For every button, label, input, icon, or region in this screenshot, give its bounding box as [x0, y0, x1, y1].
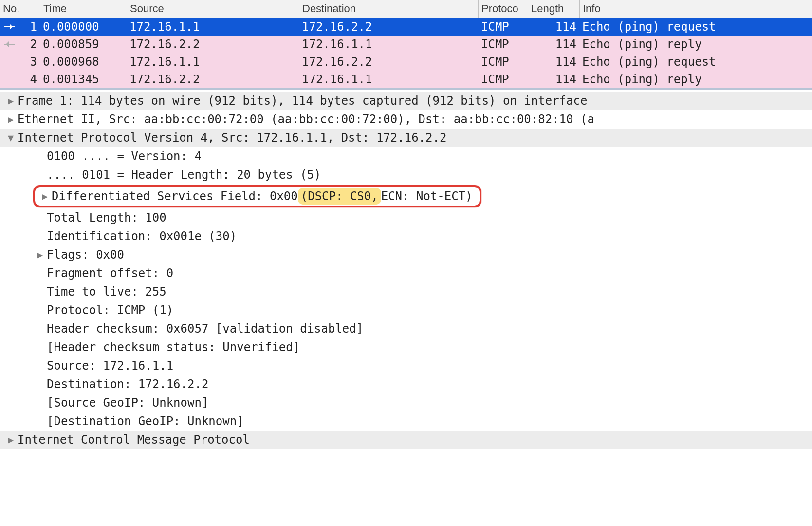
ip-version[interactable]: 0100 .... = Version: 4 — [0, 147, 812, 166]
packet-info: Echo (ping) reply — [579, 71, 812, 88]
packet-proto: ICMP — [478, 18, 528, 36]
ip-destination-label: Destination: 172.16.2.2 — [47, 376, 208, 393]
packet-no: 1 — [18, 18, 40, 36]
col-header-info[interactable]: Info — [579, 0, 812, 18]
ip-dsf-suffix: ECN: Not-ECT) — [381, 188, 473, 205]
packet-proto: ICMP — [478, 36, 528, 53]
tree-ip-label: Internet Protocol Version 4, Src: 172.16… — [18, 130, 446, 146]
tree-ethernet-label: Ethernet II, Src: aa:bb:cc:00:72:00 (aa:… — [18, 111, 594, 128]
col-header-no[interactable]: No. — [0, 0, 40, 18]
expand-icon[interactable]: ▶ — [4, 111, 18, 128]
ip-dsf[interactable]: ▶ Differentiated Services Field: 0x00 (D… — [0, 184, 812, 208]
packet-length: 114 — [528, 18, 579, 36]
expand-icon[interactable]: ▶ — [33, 246, 47, 263]
packet-source: 172.16.2.2 — [127, 36, 299, 53]
packet-no: 2 — [18, 36, 40, 53]
packet-no: 3 — [18, 53, 40, 71]
arrow-right-icon — [4, 26, 15, 27]
packet-row[interactable]: 40.001345172.16.2.2172.16.1.1ICMP114Echo… — [0, 71, 812, 88]
ip-checksum-label: Header checksum: 0x6057 [validation disa… — [47, 320, 363, 337]
ip-checksum-status[interactable]: [Header checksum status: Unverified] — [0, 338, 812, 357]
packet-dest: 172.16.2.2 — [299, 18, 478, 36]
packet-time: 0.001345 — [40, 71, 127, 88]
collapse-icon[interactable]: ▼ — [4, 130, 18, 146]
ip-dsf-prefix: Differentiated Services Field: 0x00 — [52, 188, 298, 205]
packet-info: Echo (ping) reply — [579, 36, 812, 53]
packet-time: 0.000859 — [40, 36, 127, 53]
packet-time: 0.000968 — [40, 53, 127, 71]
col-header-dest[interactable]: Destination — [299, 0, 478, 18]
annotation-highlight-box: ▶ Differentiated Services Field: 0x00 (D… — [33, 185, 481, 207]
ip-protocol[interactable]: Protocol: ICMP (1) — [0, 301, 812, 319]
packet-direction-icon — [0, 18, 18, 36]
col-header-proto[interactable]: Protoco — [478, 0, 528, 18]
tree-ethernet[interactable]: ▶ Ethernet II, Src: aa:bb:cc:00:72:00 (a… — [0, 110, 812, 129]
tree-frame[interactable]: ▶ Frame 1: 114 bytes on wire (912 bits),… — [0, 92, 812, 110]
ip-geoip-source[interactable]: [Source GeoIP: Unknown] — [0, 394, 812, 412]
ip-dsf-highlight: (DSCP: CS0, — [298, 188, 381, 205]
tree-frame-label: Frame 1: 114 bytes on wire (912 bits), 1… — [18, 93, 587, 109]
packet-dest: 172.16.1.1 — [299, 71, 478, 88]
col-header-length[interactable]: Length — [528, 0, 579, 18]
packet-dest: 172.16.2.2 — [299, 53, 478, 71]
ip-identification-label: Identification: 0x001e (30) — [47, 228, 237, 244]
arrow-left-icon — [4, 44, 15, 45]
ip-protocol-label: Protocol: ICMP (1) — [47, 302, 173, 319]
ip-ttl[interactable]: Time to live: 255 — [0, 282, 812, 301]
ip-source-label: Source: 172.16.1.1 — [47, 357, 173, 374]
packet-length: 114 — [528, 53, 579, 71]
packet-length: 114 — [528, 36, 579, 53]
ip-checksum[interactable]: Header checksum: 0x6057 [validation disa… — [0, 319, 812, 338]
ip-flags[interactable]: ▶ Flags: 0x00 — [0, 245, 812, 264]
packet-details: ▶ Frame 1: 114 bytes on wire (912 bits),… — [0, 90, 812, 449]
ip-geoip-dest[interactable]: [Destination GeoIP: Unknown] — [0, 412, 812, 431]
packet-source: 172.16.1.1 — [127, 53, 299, 71]
packet-source: 172.16.1.1 — [127, 18, 299, 36]
packet-direction-icon — [0, 53, 18, 71]
packet-dest: 172.16.1.1 — [299, 36, 478, 53]
packet-list-header: No. Time Source Destination Protoco Leng… — [0, 0, 812, 18]
expand-icon[interactable]: ▶ — [38, 188, 52, 205]
packet-no: 4 — [18, 71, 40, 88]
tree-icmp-label: Internet Control Message Protocol — [18, 432, 250, 448]
expand-icon[interactable]: ▶ — [4, 93, 18, 109]
ip-header-length[interactable]: .... 0101 = Header Length: 20 bytes (5) — [0, 166, 812, 184]
col-header-source[interactable]: Source — [127, 0, 299, 18]
ip-source[interactable]: Source: 172.16.1.1 — [0, 357, 812, 375]
ip-ttl-label: Time to live: 255 — [47, 283, 166, 300]
tree-ip[interactable]: ▼ Internet Protocol Version 4, Src: 172.… — [0, 129, 812, 147]
packet-info: Echo (ping) request — [579, 53, 812, 71]
packet-list: No. Time Source Destination Protoco Leng… — [0, 0, 812, 90]
packet-direction-icon — [0, 36, 18, 53]
ip-destination[interactable]: Destination: 172.16.2.2 — [0, 375, 812, 394]
packet-proto: ICMP — [478, 53, 528, 71]
packet-row[interactable]: 30.000968172.16.1.1172.16.2.2ICMP114Echo… — [0, 53, 812, 71]
packet-proto: ICMP — [478, 71, 528, 88]
packet-row[interactable]: 10.000000172.16.1.1172.16.2.2ICMP114Echo… — [0, 18, 812, 36]
ip-geoip-dest-label: [Destination GeoIP: Unknown] — [47, 413, 244, 430]
ip-flags-label: Flags: 0x00 — [47, 246, 124, 263]
ip-header-length-label: .... 0101 = Header Length: 20 bytes (5) — [47, 167, 321, 183]
packet-source: 172.16.2.2 — [127, 71, 299, 88]
packet-direction-icon — [0, 71, 18, 88]
expand-icon[interactable]: ▶ — [4, 432, 18, 448]
ip-geoip-source-label: [Source GeoIP: Unknown] — [47, 394, 208, 411]
ip-identification[interactable]: Identification: 0x001e (30) — [0, 227, 812, 245]
ip-version-label: 0100 .... = Version: 4 — [47, 148, 202, 165]
packet-length: 114 — [528, 71, 579, 88]
tree-icmp[interactable]: ▶ Internet Control Message Protocol — [0, 431, 812, 449]
ip-total-length[interactable]: Total Length: 100 — [0, 208, 812, 227]
col-header-time[interactable]: Time — [40, 0, 127, 18]
packet-time: 0.000000 — [40, 18, 127, 36]
ip-fragment-offset-label: Fragment offset: 0 — [47, 265, 173, 282]
packet-row[interactable]: 20.000859172.16.2.2172.16.1.1ICMP114Echo… — [0, 36, 812, 53]
packet-info: Echo (ping) request — [579, 18, 812, 36]
ip-total-length-label: Total Length: 100 — [47, 209, 166, 226]
ip-fragment-offset[interactable]: Fragment offset: 0 — [0, 264, 812, 282]
ip-checksum-status-label: [Header checksum status: Unverified] — [47, 339, 300, 356]
